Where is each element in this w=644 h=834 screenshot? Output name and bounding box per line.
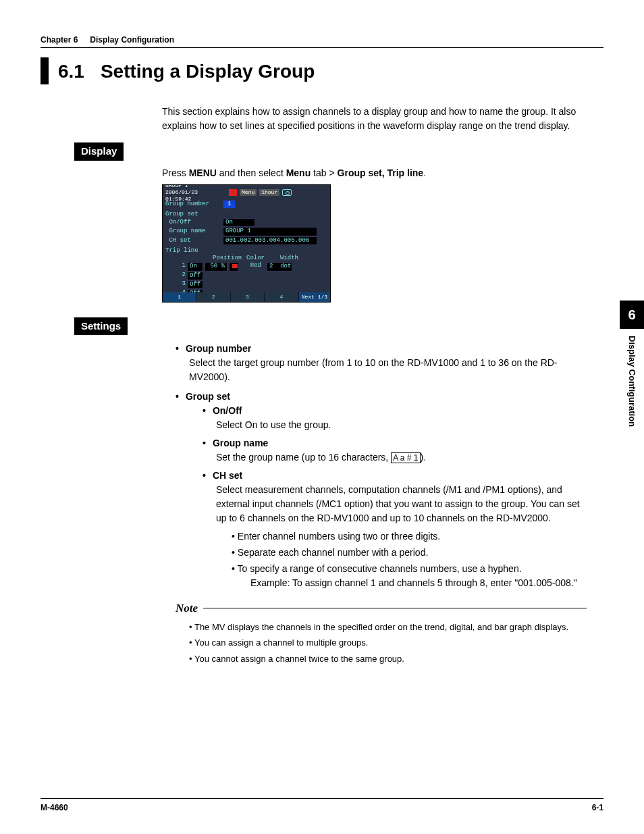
tab-1[interactable]: 1 — [163, 292, 196, 302]
settings-heading: Settings — [74, 317, 128, 336]
note-header: Note — [176, 600, 587, 617]
camera-icon — [282, 189, 292, 196]
footer-left: M-4660 — [41, 802, 68, 814]
alarm-icon — [229, 189, 237, 196]
hour-indicator: 1hour — [259, 189, 279, 196]
note-1: The MV displays the channels in the spec… — [189, 621, 587, 634]
footer-right: 6-1 — [592, 802, 603, 814]
input-mode-key: A a # 1 — [391, 452, 420, 463]
display-heading: Display — [74, 142, 124, 161]
group-number-field[interactable]: 1 — [223, 200, 236, 209]
page-footer: M-4660 6-1 — [41, 798, 603, 814]
ch-set-desc: Select measurement channels, computation… — [216, 483, 587, 525]
group-name-field[interactable]: GROUP 1 — [223, 227, 317, 236]
note-3: You cannot assign a channel twice to the… — [189, 653, 587, 666]
side-tab: 6 Display Configuration — [620, 301, 644, 427]
ch-set-field[interactable]: 001.002.003.004.005.006 — [223, 236, 317, 245]
group-number-desc: Select the target group number (from 1 t… — [189, 356, 587, 384]
side-chapter-title: Display Configuration — [625, 336, 639, 427]
group-name-title: Group name — [213, 436, 268, 450]
tab-4[interactable]: 4 — [265, 292, 298, 302]
settings-content: •Group number Select the target group nu… — [176, 342, 587, 590]
chapter-label: Chapter 6 — [41, 34, 78, 46]
side-chapter-number: 6 — [620, 301, 644, 329]
note-2: You can assign a channel to multiple gro… — [189, 637, 587, 650]
note-rule — [203, 608, 587, 608]
device-screenshot: GROUP 1 2006/01/23 01:59:42 Menu 1hour G… — [162, 184, 331, 303]
note-label: Note — [176, 600, 198, 617]
intro-paragraph: This section explains how to assign chan… — [162, 105, 587, 133]
tab-3[interactable]: 3 — [231, 292, 265, 302]
next-button[interactable]: Next 1/3 — [299, 292, 330, 302]
onoff-title: On/Off — [213, 404, 242, 418]
page-header: Chapter 6 Display Configuration — [41, 34, 603, 48]
onoff-field[interactable]: On — [223, 218, 255, 227]
ch-set-li1: Enter channel numbers using two or three… — [240, 529, 587, 544]
menu-button[interactable]: Menu — [240, 189, 257, 196]
section-number: 6.1 — [58, 57, 84, 86]
press-instruction: Press MENU and then select Menu tab > Gr… — [162, 166, 603, 180]
ch-set-title: CH set — [213, 469, 242, 483]
onoff-desc: Select On to use the group. — [216, 418, 587, 432]
ch-set-li2: Separate each channel number with a peri… — [240, 546, 587, 560]
note-list: The MV displays the channels in the spec… — [189, 621, 587, 667]
section-title: Setting a Display Group — [101, 57, 315, 86]
ch-set-li3: To specify a range of consecutive channe… — [240, 562, 587, 590]
title-bar — [41, 57, 49, 84]
section-title-row: 6.1 Setting a Display Group — [41, 57, 603, 86]
group-set-title: Group set — [186, 390, 230, 404]
group-number-title: Group number — [186, 342, 251, 356]
tab-2[interactable]: 2 — [196, 292, 230, 302]
group-name-desc: Set the group name (up to 16 characters,… — [216, 450, 587, 465]
chapter-subtitle: Display Configuration — [90, 34, 174, 46]
